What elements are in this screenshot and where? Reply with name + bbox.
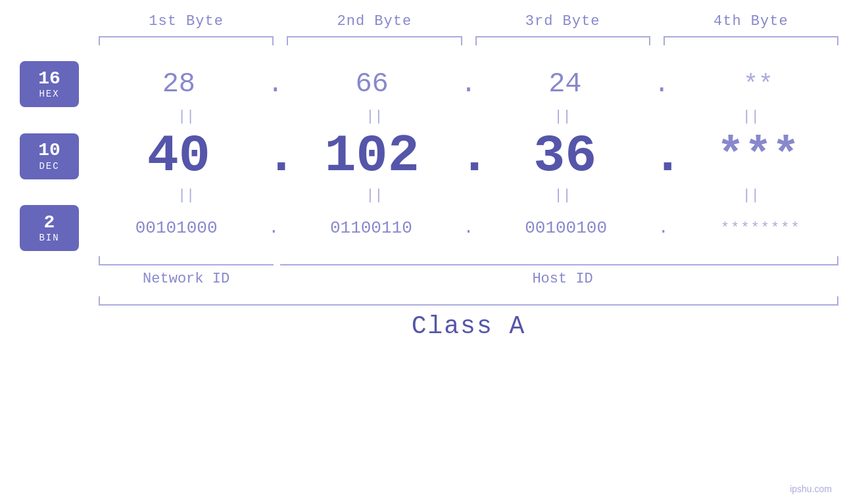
bin-values: 00101000 . 01100110 . 00100100 . *******… (92, 218, 845, 238)
bottom-bracket-line (99, 294, 838, 306)
dec-byte2: 102 (285, 126, 459, 186)
bin-base-number: 2 (44, 213, 55, 233)
network-bracket (92, 254, 274, 265)
eq1-1: || (92, 107, 280, 126)
class-label-row: Class A (0, 312, 845, 340)
bracket-4 (664, 36, 838, 48)
host-id-label: Host ID (280, 271, 845, 287)
hex-sep1: . (266, 70, 285, 99)
top-bracket-row (0, 36, 845, 48)
bin-base-name: BIN (39, 233, 59, 243)
dec-base-name: DEC (39, 161, 59, 172)
bracket-1 (99, 36, 274, 48)
bottom-bracket-right (837, 296, 838, 306)
dec-byte4: *** (671, 130, 845, 182)
hex-badge: 16 HEX (20, 61, 79, 107)
header-row: 1st Byte 2nd Byte 3rd Byte 4th Byte (0, 13, 845, 30)
label-bracket-row (0, 254, 845, 265)
byte2-label: 2nd Byte (280, 13, 468, 30)
dec-sep1: . (266, 126, 285, 186)
bin-byte1: 00101000 (92, 218, 260, 238)
bin-sep3: . (650, 218, 677, 238)
bracket-2 (287, 36, 462, 48)
hex-values: 28 . 66 . 24 . ** (92, 68, 845, 100)
bin-sep2: . (456, 218, 482, 238)
main-container: 1st Byte 2nd Byte 3rd Byte 4th Byte 16 H… (0, 0, 845, 504)
equals-row-2: || || || || (0, 186, 845, 205)
dec-byte1: 40 (92, 126, 266, 186)
eq2-1: || (92, 186, 280, 205)
watermark: ipshu.com (790, 484, 832, 494)
byte4-label: 4th Byte (657, 13, 845, 30)
bin-byte3: 00100100 (482, 218, 650, 238)
eq2-3: || (469, 186, 657, 205)
bin-byte2: 01100110 (287, 218, 455, 238)
bin-sep1: . (260, 218, 287, 238)
hex-byte3: 24 (479, 68, 652, 100)
hex-sep2: . (459, 70, 479, 99)
byte1-label: 1st Byte (92, 13, 280, 30)
class-label: Class A (92, 312, 845, 340)
dec-values: 40 . 102 . 36 . *** (92, 126, 845, 186)
dec-base-number: 10 (38, 141, 60, 161)
eq2-2: || (280, 186, 468, 205)
dec-sep2: . (459, 126, 479, 186)
host-bracket-right-line (837, 256, 838, 265)
dec-byte3: 36 (479, 126, 652, 186)
bin-badge: 2 BIN (20, 205, 79, 251)
hex-base-number: 16 (38, 69, 60, 89)
eq1-3: || (469, 107, 657, 126)
labels-row: Network ID Host ID (0, 271, 845, 287)
eq2-4: || (657, 186, 845, 205)
hex-sep3: . (652, 70, 671, 99)
dec-sep3: . (652, 126, 671, 186)
hex-byte2: 66 (285, 68, 459, 100)
byte3-label: 3rd Byte (469, 13, 657, 30)
equals-row-1: || || || || (0, 107, 845, 126)
bottom-bracket-row (0, 294, 845, 306)
hex-byte4: ** (671, 70, 845, 99)
dec-row: 10 DEC 40 . 102 . 36 . *** (0, 126, 845, 186)
bin-row: 2 BIN 00101000 . 01100110 . 00100100 . *… (0, 205, 845, 251)
dec-badge: 10 DEC (20, 133, 79, 179)
eq1-2: || (280, 107, 468, 126)
host-bracket (280, 254, 845, 265)
hex-base-name: HEX (39, 89, 59, 99)
hex-row: 16 HEX 28 . 66 . 24 . ** (0, 61, 845, 107)
eq1-4: || (657, 107, 845, 126)
network-id-label: Network ID (92, 271, 280, 287)
hex-byte1: 28 (92, 68, 266, 100)
bin-byte4: ******** (677, 220, 845, 237)
bracket-3 (475, 36, 650, 48)
